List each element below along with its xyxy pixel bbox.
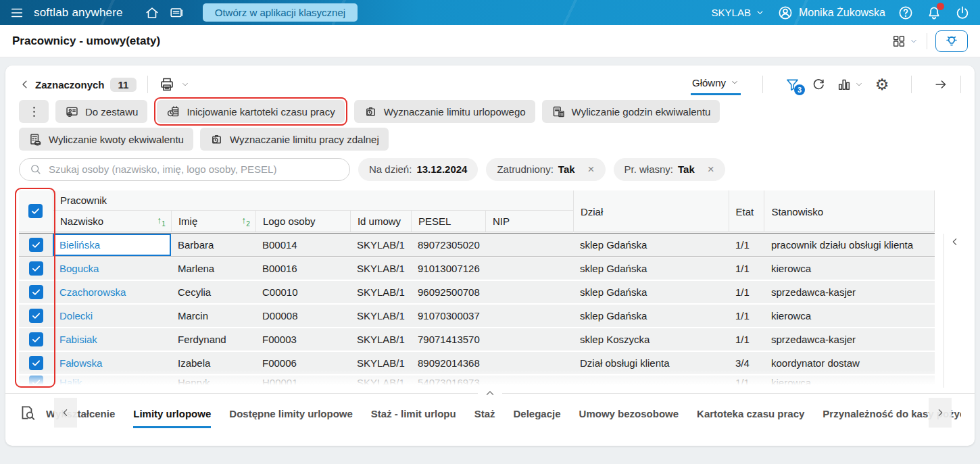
company-selector[interactable]: SKYLAB (712, 7, 765, 18)
assistant-hint-button[interactable] (935, 30, 968, 52)
logout-button[interactable] (954, 5, 971, 21)
action-button[interactable]: Wyliczanie godzin ekwiwalentu (542, 100, 720, 123)
cell-id_umowy: SKYLAB/1 (350, 328, 411, 351)
chart-button[interactable] (837, 77, 864, 92)
column-header-logo[interactable]: Logo osoby (255, 211, 350, 232)
refresh-button[interactable] (811, 77, 826, 92)
table-row[interactable]: CzachorowskaCecyliaC00010SKYLAB/19609250… (19, 281, 935, 303)
cell-logo: D00008 (255, 305, 350, 327)
tab-7[interactable]: Kartoteka czasu pracy (697, 398, 804, 428)
cell-nazwisko[interactable]: Fabisiak (53, 328, 171, 351)
more-actions-button[interactable] (19, 100, 49, 123)
news-button[interactable] (169, 5, 184, 20)
table-row[interactable]: BoguckaMarlenaB00016SKYLAB/191013007126s… (19, 257, 935, 280)
row-checkbox-checked[interactable] (29, 356, 43, 370)
cell-imie: Ferdynand (171, 328, 255, 351)
filter-chip[interactable]: Na dzień:13.12.2024 (358, 158, 478, 181)
table-row[interactable]: BielińskaBarbaraB00014SKYLAB/18907230502… (19, 234, 935, 256)
employees-table: Pracownik Nazwisko↑1Imię↑2Logo osobyId u… (19, 190, 935, 388)
selected-label: Zaznaczonych (35, 79, 105, 91)
table-row[interactable]: FałowskaIzabelaF00006SKYLAB/189092014368… (19, 352, 935, 374)
tabs-scroll-left-button[interactable] (54, 398, 77, 428)
cell-dzial: sklep Gdańska (573, 234, 729, 256)
tab-4[interactable]: Staż (474, 398, 495, 428)
cell-nazwisko[interactable]: Fałowska (53, 352, 171, 374)
cell-text: sklep Gdańska (580, 310, 647, 321)
layout-button[interactable] (891, 34, 918, 49)
row-checkbox-checked[interactable] (29, 376, 43, 388)
tab-6[interactable]: Umowy bezosobowe (579, 398, 679, 428)
cell-nazwisko[interactable]: Bogucka (53, 257, 171, 280)
table-row[interactable]: HalikHenrykH00001SKYLAB/1540730169731/1k… (19, 376, 935, 388)
search-input[interactable] (49, 163, 340, 175)
table-row[interactable]: FabisiakFerdynandF00003SKYLAB/1790714135… (19, 328, 935, 351)
user-menu[interactable]: Monika Żukowska (777, 5, 885, 21)
row-checkbox-checked[interactable] (29, 285, 43, 299)
filter-chip-label: Pr. własny: (624, 163, 674, 175)
filter-chip[interactable]: Pr. własny:Tak× (614, 158, 725, 181)
column-header-etat[interactable]: Etat (729, 190, 764, 232)
tab-2[interactable]: Dostępne limity urlopowe (229, 398, 353, 428)
cell-nazwisko[interactable]: Bielińska (53, 234, 171, 256)
column-header-id_umowy[interactable]: Id umowy (350, 211, 411, 232)
preview-record-button[interactable] (19, 404, 36, 421)
cell-text: sklep Gdańska (580, 239, 647, 251)
right-rail (944, 234, 966, 388)
column-header-imie[interactable]: Imię↑2 (171, 211, 255, 232)
select-all-checkbox[interactable] (28, 204, 43, 218)
tabs-scroll-right-button[interactable] (929, 398, 952, 428)
column-header-dzial[interactable]: Dział (573, 190, 729, 232)
home-button[interactable] (145, 5, 160, 20)
refresh-icon (811, 77, 826, 92)
cell-imie: Barbara (171, 234, 255, 256)
settings-button[interactable]: ⚙ (875, 77, 889, 92)
column-header-nazwisko[interactable]: Nazwisko↑1 (53, 211, 171, 232)
tab-1[interactable]: Limity urlopowe (133, 398, 211, 428)
hamburger-menu-button[interactable] (9, 5, 24, 20)
tab-label: Limity urlopowe (133, 408, 211, 419)
row-checkbox-checked[interactable] (29, 309, 43, 323)
row-checkbox-checked[interactable] (29, 332, 43, 346)
filter-chip[interactable]: Zatrudniony:Tak× (486, 158, 605, 181)
action-button[interactable]: Wyznaczanie limitu urlopowego (354, 100, 535, 123)
detail-tabs-bar: WykształcenieLimity urlopoweDostępne lim… (19, 395, 961, 430)
table-row[interactable]: DoleckiMarcinD00008SKYLAB/191070300037sk… (19, 305, 935, 327)
action-button[interactable]: Do zestawu (55, 100, 147, 123)
close-icon[interactable]: × (708, 163, 714, 175)
tab-3[interactable]: Staż - limit urlopu (371, 398, 456, 428)
open-classic-app-button[interactable]: Otwórz w aplikacji klasycznej (203, 3, 358, 22)
close-icon[interactable]: × (588, 163, 595, 175)
cell-id_umowy: SKYLAB/1 (350, 352, 411, 374)
view-selector[interactable]: Główny (691, 74, 741, 95)
filter-button[interactable]: 3 (785, 77, 800, 93)
row-checkbox-checked[interactable] (29, 238, 43, 252)
cell-nazwisko[interactable]: Halik (53, 376, 171, 388)
page-title: Pracownicy - umowy(etaty) (12, 34, 160, 48)
cell-nip (485, 281, 573, 303)
cell-nazwisko[interactable]: Dolecki (53, 305, 171, 327)
cell-pesel: 91070300037 (411, 305, 485, 327)
gear-icon: ⚙ (875, 77, 889, 92)
print-button[interactable] (159, 76, 190, 93)
cell-text: kierowca (771, 310, 811, 321)
expand-right-button[interactable] (933, 77, 948, 92)
column-header-pesel[interactable]: PESEL (411, 211, 485, 232)
row-checkbox-checked[interactable] (29, 261, 43, 276)
collapse-handle (5, 393, 975, 394)
notifications-button[interactable] (926, 5, 942, 21)
check-icon (31, 240, 41, 250)
row-checkbox-cell (19, 328, 53, 351)
cell-text: Fałowska (59, 357, 102, 369)
help-button[interactable] (898, 5, 914, 21)
action-button[interactable]: Wyznaczanie limitu pracy zdalnej (200, 128, 389, 151)
cell-nazwisko[interactable]: Czachorowska (53, 281, 171, 303)
cell-text: 96092500708 (418, 286, 480, 298)
column-header-stanowisko[interactable]: Stanowisko (764, 190, 934, 232)
collapse-right-panel-icon[interactable] (950, 236, 960, 247)
back-button[interactable] (19, 78, 31, 91)
column-header-nip[interactable]: NIP (485, 211, 573, 232)
action-button[interactable]: Wyliczanie kwoty ekwiwalentu (19, 128, 193, 151)
action-button[interactable]: Inicjowanie kartoteki czasu pracy (157, 100, 344, 123)
tab-5[interactable]: Delegacje (514, 398, 561, 428)
cell-pesel: 91013007126 (411, 257, 485, 280)
